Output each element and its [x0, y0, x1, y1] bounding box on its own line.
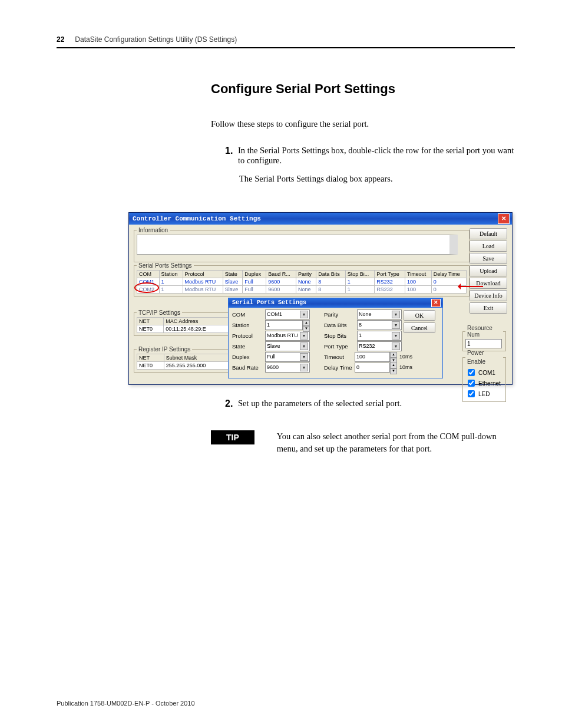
step1-after: The Serial Ports Settings dialog box app… [239, 174, 516, 184]
resource-num-group: Resource Num [462, 325, 506, 351]
power-com1-label: COM1 [478, 368, 495, 377]
parity-select[interactable]: None▼ [357, 309, 402, 319]
delay-unit: 10ms [399, 364, 412, 370]
controller-comm-settings-window: Controller Communication Settings ✕ Info… [128, 212, 513, 385]
timeout-unit: 10ms [399, 354, 412, 360]
stopbits-select[interactable]: 1▼ [357, 331, 402, 341]
step2-number: 2. [225, 398, 238, 409]
chevron-down-icon[interactable]: ▼ [392, 332, 400, 340]
timeout-spinner[interactable]: 100 ▲▼ [355, 352, 390, 362]
spin-up-icon[interactable]: ▲ [390, 363, 397, 368]
spin-down-icon[interactable]: ▼ [303, 326, 310, 332]
databits-select[interactable]: 8▼ [357, 320, 402, 330]
step1-text: In the Serial Ports Settings box, double… [238, 146, 520, 166]
exit-button[interactable]: Exit [470, 302, 507, 314]
tcpip-table[interactable]: NETMAC Address NET000:11:25:48:29:E [137, 317, 231, 333]
porttype-label: Port Type [324, 343, 357, 350]
state-label: State [232, 343, 265, 350]
duplex-select[interactable]: Full▼ [265, 352, 310, 362]
table-row[interactable]: COM11 Modbus RTUSlave Full9600 None8 1RS… [137, 278, 467, 286]
chevron-down-icon[interactable]: ▼ [300, 311, 308, 318]
save-button[interactable]: Save [470, 253, 507, 264]
upload-button[interactable]: Upload [470, 265, 507, 276]
power-enable-legend: Power Enable [465, 348, 503, 366]
cancel-button[interactable]: Cancel [404, 322, 435, 333]
load-button[interactable]: Load [470, 241, 507, 252]
com-label: COM [232, 311, 265, 318]
tcpip-legend: TCP/IP Settings [137, 309, 182, 316]
table-row[interactable]: NET0255.255.255.000 [137, 362, 231, 370]
delay-label: Delay Time [324, 364, 355, 371]
serial-ports-group: Serial Ports Settings COMStation Protoco… [134, 262, 470, 297]
table-row[interactable]: NET000:11:25:48:29:E [137, 325, 231, 333]
page-number: 22 [57, 35, 64, 44]
porttype-select[interactable]: RS232▼ [357, 341, 402, 351]
device-info-button[interactable]: Device Info [470, 290, 507, 301]
inner-dialog-title: Serial Ports Settings [232, 298, 306, 308]
serial-ports-legend: Serial Ports Settings [137, 262, 194, 269]
information-legend: Information [137, 227, 170, 233]
power-led-label: LED [478, 390, 490, 398]
databits-label: Data Bits [324, 322, 357, 328]
protocol-label: Protocol [232, 332, 265, 339]
chevron-down-icon[interactable]: ▼ [300, 332, 308, 340]
spin-up-icon[interactable]: ▲ [303, 320, 310, 326]
chevron-down-icon[interactable]: ▼ [392, 342, 400, 350]
station-spinner[interactable]: 1 ▲▼ [265, 320, 303, 330]
state-select[interactable]: Slave▼ [265, 341, 310, 351]
register-ip-table[interactable]: NETSubnet Mask NET0255.255.255.000 [137, 354, 231, 370]
com-select[interactable]: COM1▼ [265, 309, 310, 319]
information-group: Information [134, 227, 470, 262]
duplex-label: Duplex [232, 354, 265, 360]
chevron-down-icon[interactable]: ▼ [392, 311, 400, 318]
chevron-down-icon[interactable]: ▼ [300, 342, 308, 350]
default-button[interactable]: Default [470, 228, 507, 239]
power-ethernet-label: Ethernet [478, 379, 501, 388]
resource-num-legend: Resource Num [465, 325, 503, 338]
information-textarea[interactable] [137, 235, 458, 255]
parity-label: Parity [324, 311, 357, 318]
chapter-title: DataSite Configuration Settings Utility … [75, 35, 237, 44]
publication-footer: Publication 1758-UM002D-EN-P - October 2… [57, 700, 195, 707]
power-enable-group: Power Enable COM1 Ethernet LED [462, 348, 506, 402]
chevron-down-icon[interactable]: ▼ [300, 364, 308, 371]
tcpip-group: TCP/IP Settings NETMAC Address NET000:11… [134, 309, 234, 336]
step1-number: 1. [225, 146, 238, 166]
ok-button[interactable]: OK [404, 310, 435, 321]
baud-label: Baud Rate [232, 364, 265, 371]
protocol-select[interactable]: Modbus RTU▼ [265, 331, 310, 341]
register-ip-group: Register IP Settings NETSubnet Mask NET0… [134, 346, 234, 373]
serial-ports-settings-dialog: Serial Ports Settings ✕ COM COM1▼ Statio… [228, 298, 443, 378]
serial-ports-table[interactable]: COMStation ProtocolState DuplexBaud R...… [137, 270, 467, 294]
stopbits-label: Stop Bits [324, 332, 357, 339]
header-rule [57, 47, 515, 48]
resource-num-input[interactable] [465, 339, 502, 348]
power-led-checkbox[interactable] [468, 390, 475, 397]
spin-up-icon[interactable]: ▲ [390, 352, 397, 358]
close-icon[interactable]: ✕ [498, 213, 510, 224]
step2-text: Set up the parameters of the selected se… [238, 398, 520, 409]
power-com1-checkbox[interactable] [468, 369, 475, 376]
intro-paragraph: Follow these steps to configure the seri… [211, 118, 511, 130]
delay-spinner[interactable]: 0 ▲▼ [355, 363, 390, 373]
station-label: Station [232, 322, 265, 328]
timeout-label: Timeout [324, 354, 355, 360]
table-row[interactable]: COM21 Modbus RTUSlave Full9600 None8 1RS… [137, 286, 467, 294]
section-heading: Configure Serial Port Settings [211, 81, 515, 97]
close-icon[interactable]: ✕ [431, 299, 441, 307]
window-title: Controller Communication Settings [133, 215, 261, 222]
chevron-down-icon[interactable]: ▼ [392, 321, 400, 329]
spin-down-icon[interactable]: ▼ [390, 368, 397, 374]
baud-select[interactable]: 9600▼ [265, 363, 310, 373]
chevron-down-icon[interactable]: ▼ [300, 353, 308, 361]
annotation-arrow [458, 282, 488, 291]
tip-badge: TIP [211, 430, 254, 444]
tip-text: You can also select another serial port … [277, 430, 513, 455]
register-ip-legend: Register IP Settings [137, 346, 192, 353]
power-ethernet-checkbox[interactable] [468, 380, 475, 387]
